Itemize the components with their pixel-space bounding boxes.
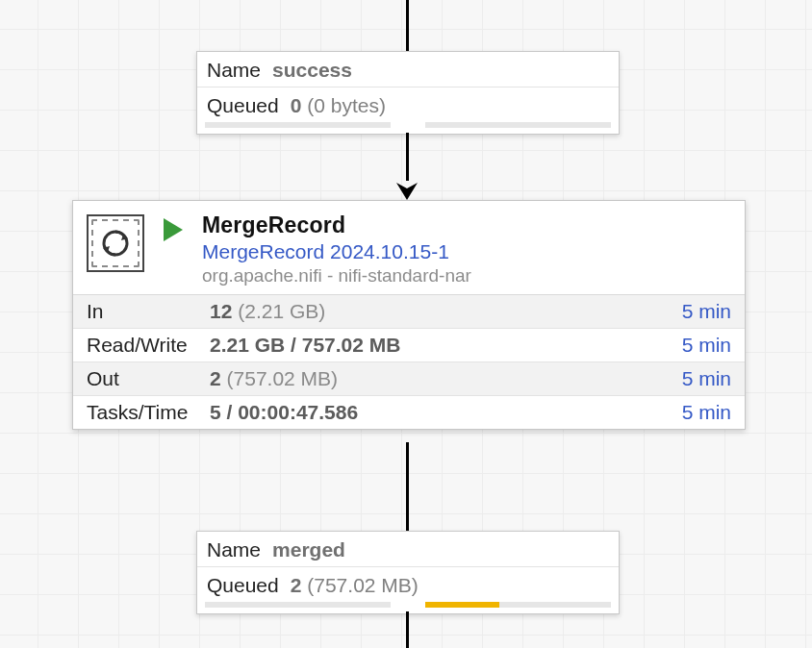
connection-name-label: Name	[207, 536, 261, 564]
stat-out-label: Out	[87, 367, 210, 390]
stat-out-size: (757.02 MB)	[227, 367, 339, 389]
connection-queued-label: Queued	[207, 91, 279, 120]
processor-bundle: org.apache.nifi - nifi-standard-nar	[202, 265, 471, 287]
connector-line	[406, 611, 409, 648]
connection-queued-size: (0 bytes)	[307, 94, 386, 116]
processor-type: MergeRecord 2024.10.15-1	[202, 240, 471, 263]
connector-line	[406, 442, 409, 533]
backpressure-size-bar	[425, 122, 611, 128]
arrow-down-icon	[394, 175, 419, 200]
backpressure-count-bar	[205, 602, 391, 608]
connection-queued-label: Queued	[207, 571, 279, 600]
stat-rw-window: 5 min	[645, 334, 731, 357]
stat-in-count: 12	[210, 300, 232, 322]
stat-tasks-value: 5 / 00:00:47.586	[210, 401, 358, 423]
stat-row-in: In 12 (2.21 GB) 5 min	[73, 295, 745, 329]
connection-name-row: Name success	[197, 52, 619, 87]
connection-card-success[interactable]: Name success Queued 0 (0 bytes)	[196, 51, 620, 135]
connector-line	[406, 133, 409, 181]
stat-rw-value: 2.21 GB / 757.02 MB	[210, 334, 400, 356]
backpressure-count-bar	[205, 122, 391, 128]
stat-out-window: 5 min	[645, 367, 731, 390]
connection-name-row: Name merged	[197, 532, 619, 566]
processor-card-mergerecord[interactable]: MergeRecord MergeRecord 2024.10.15-1 org…	[72, 200, 746, 430]
stat-row-out: Out 2 (757.02 MB) 5 min	[73, 362, 745, 396]
stat-in-window: 5 min	[645, 300, 731, 323]
processor-header: MergeRecord MergeRecord 2024.10.15-1 org…	[73, 201, 745, 294]
flow-canvas[interactable]: Name success Queued 0 (0 bytes)	[0, 0, 812, 648]
stat-tasks-window: 5 min	[645, 401, 731, 424]
stat-rw-label: Read/Write	[87, 334, 210, 357]
connection-queued-size: (757.02 MB)	[307, 574, 419, 596]
stat-in-label: In	[87, 300, 210, 323]
processor-stats-table: In 12 (2.21 GB) 5 min Read/Write 2.21 GB…	[73, 294, 745, 429]
stat-row-readwrite: Read/Write 2.21 GB / 757.02 MB 5 min	[73, 329, 745, 362]
stat-row-tasks: Tasks/Time 5 / 00:00:47.586 5 min	[73, 396, 745, 429]
connector-line	[406, 0, 409, 53]
connection-name-label: Name	[207, 56, 261, 85]
stat-tasks-label: Tasks/Time	[87, 401, 210, 424]
connection-queued-row: Queued 0 (0 bytes)	[197, 87, 619, 122]
connection-name-value: merged	[272, 536, 345, 564]
run-status-running-icon	[162, 216, 185, 247]
connection-queued-row: Queued 2 (757.02 MB)	[197, 566, 619, 602]
processor-name: MergeRecord	[202, 212, 471, 238]
stat-in-size: (2.21 GB)	[238, 300, 325, 322]
connection-card-merged[interactable]: Name merged Queued 2 (757.02 MB)	[196, 531, 620, 614]
stat-out-count: 2	[210, 367, 221, 389]
processor-type-icon	[87, 214, 144, 272]
connection-queued-count: 0	[291, 94, 302, 116]
connection-queued-count: 2	[291, 574, 302, 596]
backpressure-size-bar	[425, 602, 611, 608]
connection-name-value: success	[272, 56, 352, 85]
